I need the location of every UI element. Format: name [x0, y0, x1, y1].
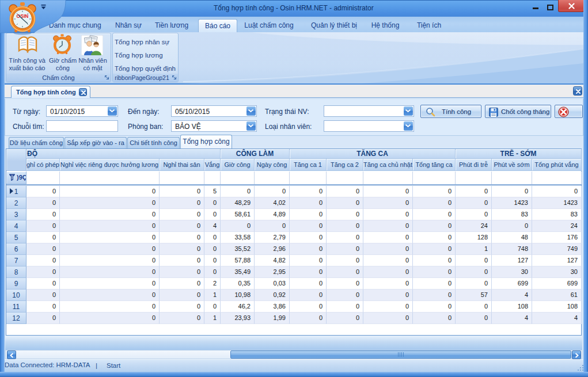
svg-text:OSIN: OSIN — [17, 13, 29, 19]
